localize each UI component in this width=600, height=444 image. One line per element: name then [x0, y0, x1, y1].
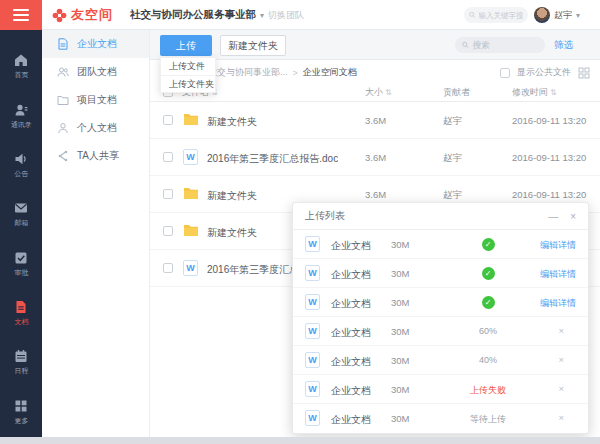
breadcrumb: 社交与协同事业部... > 企业空间文档 [208, 60, 357, 85]
upload-file-name: 企业文档 [331, 326, 371, 340]
sort-icon[interactable]: ⇅ [550, 88, 557, 97]
new-folder-button[interactable]: 新建文件夹 [220, 35, 286, 56]
upload-row: W 企业文档 30M ✓ 编辑详情 [293, 288, 588, 317]
search-icon [462, 41, 469, 49]
sidebar-item-label: 项目文档 [77, 93, 117, 107]
file-size: 3.6M [365, 152, 386, 163]
nav-label: 通讯录 [11, 120, 32, 129]
row-checkbox[interactable] [163, 189, 173, 199]
nav-item-announcement[interactable]: 公告 [0, 141, 42, 190]
success-check-icon: ✓ [482, 296, 495, 309]
share-icon [57, 150, 69, 162]
menu-item-upload-file[interactable]: 上传文件 [161, 58, 215, 75]
cancel-upload-icon[interactable]: × [558, 412, 564, 423]
hamburger-menu-icon[interactable] [0, 0, 42, 30]
upload-button[interactable]: 上传 [160, 35, 212, 56]
doc-sidebar: 企业文档 团队文档 项目文档 个人文档 TA人共享 [42, 30, 150, 437]
upload-row: W 企业文档 30M 60% × [293, 317, 588, 346]
nav-label: 文档 [14, 317, 28, 326]
search-icon [469, 11, 476, 19]
upload-file-size: 30M [391, 326, 409, 337]
edit-details-link[interactable]: 编辑详情 [540, 239, 576, 252]
folder-icon [183, 223, 199, 237]
upload-panel-header: 上传列表 — × [293, 203, 588, 230]
file-search-input[interactable] [473, 40, 538, 50]
upload-row: W 企业文档 30M 等待上传 × [293, 404, 588, 433]
file-name[interactable]: 新建文件夹 [207, 115, 257, 129]
sidebar-item-personal-docs[interactable]: 个人文档 [42, 114, 149, 142]
row-checkbox[interactable] [163, 152, 173, 162]
word-doc-icon: W [183, 260, 198, 276]
cancel-upload-icon[interactable]: × [558, 325, 564, 336]
column-header-contributor[interactable]: 贡献者 [443, 86, 470, 99]
global-search-input[interactable] [479, 11, 523, 20]
table-row[interactable]: W 2016年第三季度汇总报告.doc 3.6M 赵宇 2016-09-11 1… [150, 139, 600, 176]
file-modified: 2016-09-11 13:20 [512, 189, 586, 200]
team-switcher[interactable]: 社交与协同办公服务事业部 ▾ [130, 0, 264, 30]
file-modified: 2016-09-11 13:20 [512, 115, 586, 126]
file-modified: 2016-09-11 13:20 [512, 152, 586, 163]
team-icon [57, 66, 69, 78]
close-icon[interactable]: × [570, 211, 576, 222]
word-doc-icon: W [305, 236, 320, 252]
upload-panel-title: 上传列表 [305, 209, 345, 223]
breadcrumb-row: 社交与协同事业部... > 企业空间文档 显示公共文件 [150, 60, 600, 85]
folder-outline-icon [57, 94, 69, 106]
file-name[interactable]: 新建文件夹 [207, 189, 257, 203]
column-header-size[interactable]: 大小⇅ [365, 86, 392, 99]
upload-status: ✓ [453, 239, 523, 251]
nav-item-more[interactable]: 更多 [0, 388, 42, 437]
nav-item-home[interactable]: 首页 [0, 42, 42, 91]
file-contributor: 赵宇 [443, 189, 462, 202]
file-name[interactable]: 2016年第三季度汇总报告.doc [207, 152, 338, 166]
nav-label: 公告 [14, 169, 28, 178]
row-checkbox[interactable] [163, 263, 173, 273]
show-public-checkbox[interactable] [500, 68, 510, 78]
cancel-upload-icon[interactable]: × [558, 383, 564, 394]
list-controls: 显示公共文件 [500, 60, 590, 85]
upload-status: ✓ [453, 268, 523, 280]
file-name[interactable]: 新建文件夹 [207, 226, 257, 240]
upload-file-size: 30M [391, 268, 409, 279]
sidebar-item-label: 企业文档 [77, 37, 117, 51]
team-name: 社交与协同办公服务事业部 [130, 8, 256, 22]
nav-item-approval[interactable]: 审批 [0, 240, 42, 289]
sidebar-item-label: 个人文档 [77, 121, 117, 135]
grid-view-icon[interactable] [578, 67, 590, 79]
menu-item-upload-folder[interactable]: 上传文件夹 [161, 75, 215, 92]
user-menu[interactable]: 赵宇 ▾ [534, 0, 580, 30]
sidebar-item-enterprise-docs[interactable]: 企业文档 [42, 30, 149, 58]
edit-details-link[interactable]: 编辑详情 [540, 297, 576, 310]
table-row[interactable]: 新建文件夹 3.6M 赵宇 2016-09-11 13:20 [150, 102, 600, 139]
global-search[interactable] [464, 7, 528, 23]
nav-item-contacts[interactable]: 通讯录 [0, 91, 42, 140]
filter-link[interactable]: 筛选 [554, 30, 573, 60]
nav-label: 更多 [14, 416, 28, 425]
sidebar-item-shared-with-me[interactable]: TA人共享 [42, 142, 149, 170]
nav-item-documents[interactable]: 文档 [0, 289, 42, 338]
calendar-icon [14, 349, 28, 363]
cancel-upload-icon[interactable]: × [558, 354, 564, 365]
row-checkbox[interactable] [163, 115, 173, 125]
avatar[interactable] [534, 7, 550, 23]
word-doc-icon: W [183, 149, 198, 165]
minimize-icon[interactable]: — [548, 211, 558, 222]
show-public-label[interactable]: 显示公共文件 [517, 66, 571, 79]
sidebar-item-team-docs[interactable]: 团队文档 [42, 58, 149, 86]
column-header-modified[interactable]: 修改时间⇅ [512, 86, 557, 99]
nav-item-mail[interactable]: 邮箱 [0, 190, 42, 239]
edit-details-link[interactable]: 编辑详情 [540, 268, 576, 281]
folder-icon [183, 186, 199, 200]
switch-team-link[interactable]: 切换团队 [268, 0, 304, 30]
upload-progress: 60% [453, 326, 523, 336]
row-checkbox[interactable] [163, 226, 173, 236]
contacts-icon [14, 103, 28, 117]
file-search[interactable] [455, 37, 545, 53]
breadcrumb-parent[interactable]: 社交与协同事业部... [208, 66, 288, 79]
nav-item-calendar[interactable]: 日程 [0, 338, 42, 387]
document-icon [14, 300, 28, 314]
chevron-down-icon: ▾ [260, 11, 264, 20]
sidebar-item-project-docs[interactable]: 项目文档 [42, 86, 149, 114]
top-bar: 友空间 社交与协同办公服务事业部 ▾ 切换团队 赵宇 ▾ [0, 0, 600, 30]
sort-icon[interactable]: ⇅ [385, 88, 392, 97]
